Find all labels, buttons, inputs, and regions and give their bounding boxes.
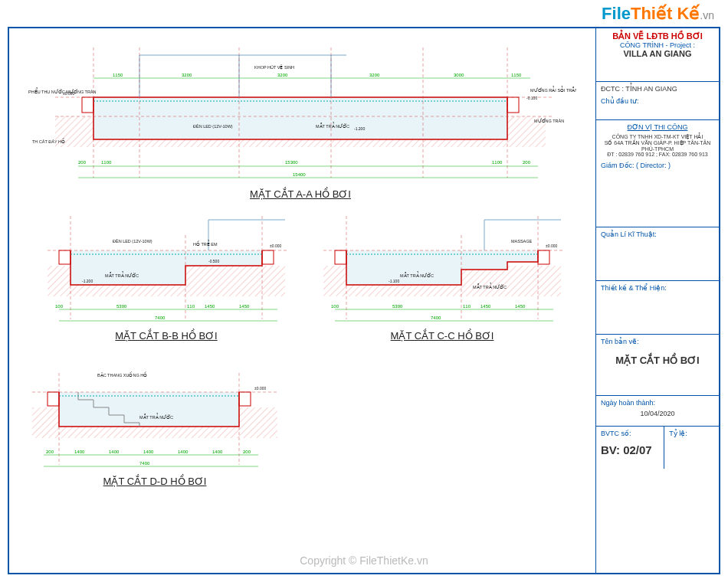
svg-text:1150: 1150 bbox=[511, 73, 522, 77]
svg-text:±0.000: ±0.000 bbox=[254, 386, 266, 391]
tb-drawing-name: MẶT CẮT HỒ BƠI bbox=[601, 355, 714, 366]
svg-text:1450: 1450 bbox=[480, 304, 491, 309]
svg-text:-0.100: -0.100 bbox=[526, 96, 537, 100]
svg-text:3200: 3200 bbox=[369, 73, 380, 77]
section-aa: 1150 3200 3200 3200 3000 1150 200 1100 1… bbox=[25, 40, 576, 200]
svg-rect-5 bbox=[507, 97, 519, 113]
svg-text:HỒ TRẺ EM: HỒ TRẺ EM bbox=[193, 240, 218, 247]
tb-location: ĐCTC : TỈNH AN GIANG bbox=[601, 85, 714, 93]
svg-rect-70 bbox=[538, 250, 549, 264]
svg-text:15400: 15400 bbox=[293, 172, 306, 177]
svg-text:3200: 3200 bbox=[277, 73, 288, 77]
svg-text:-0.500: -0.500 bbox=[208, 259, 219, 263]
svg-text:MASSAGE: MASSAGE bbox=[511, 239, 533, 244]
svg-text:ĐÈN LED (12V-10W): ĐÈN LED (12V-10W) bbox=[193, 124, 233, 129]
svg-text:1150: 1150 bbox=[113, 73, 123, 77]
tb-main-title: BẢN VẼ LĐTB HỒ BƠI bbox=[601, 31, 714, 41]
tb-date: 10/04/2020 bbox=[601, 410, 714, 417]
svg-text:1400: 1400 bbox=[109, 450, 120, 454]
svg-text:5300: 5300 bbox=[116, 304, 127, 309]
svg-text:1450: 1450 bbox=[205, 304, 215, 309]
svg-text:3200: 3200 bbox=[182, 73, 192, 77]
tb-sheet-label: BVTC số: bbox=[601, 430, 659, 437]
svg-text:ĐÈN LED (12V-10W): ĐÈN LED (12V-10W) bbox=[113, 239, 152, 244]
section-cc-svg: 5300 110 1450 1450 100 7400 MẮT TRẢ NƯỚC… bbox=[316, 212, 569, 327]
svg-text:3000: 3000 bbox=[454, 73, 464, 77]
svg-text:BẬC THANG XUỐNG HỒ: BẬC THANG XUỐNG HỒ bbox=[97, 371, 147, 378]
svg-rect-46 bbox=[262, 250, 274, 264]
svg-text:MƯƠNG TRÀN: MƯƠNG TRÀN bbox=[534, 118, 564, 123]
section-cc-title: MẶT CẮT C-C HỒ BƠI bbox=[316, 330, 569, 342]
svg-rect-4 bbox=[82, 97, 93, 113]
svg-text:100: 100 bbox=[331, 304, 339, 309]
svg-text:1400: 1400 bbox=[74, 450, 85, 454]
svg-text:1400: 1400 bbox=[178, 450, 189, 454]
svg-text:100: 100 bbox=[55, 304, 64, 309]
svg-text:1100: 1100 bbox=[101, 160, 112, 165]
svg-text:1400: 1400 bbox=[143, 450, 154, 454]
svg-text:15300: 15300 bbox=[285, 160, 298, 165]
tb-drawing-name-label: Tên bản vẽ: bbox=[601, 338, 714, 345]
svg-rect-2 bbox=[93, 97, 507, 139]
drawing-area: 1150 3200 3200 3200 3000 1150 200 1100 1… bbox=[9, 28, 596, 573]
section-bb-svg: 5300 110 1450 1450 100 7400 ĐÈN LED (12V… bbox=[40, 212, 293, 327]
svg-text:5300: 5300 bbox=[392, 304, 403, 309]
svg-rect-92 bbox=[48, 392, 59, 406]
tb-sheet-no: BV: 02/07 bbox=[601, 443, 659, 456]
svg-text:1400: 1400 bbox=[212, 450, 223, 454]
section-cc: 5300 110 1450 1450 100 7400 MẮT TRẢ NƯỚC… bbox=[316, 212, 569, 342]
tb-contractor-label: ĐƠN VỊ THI CÔNG bbox=[601, 123, 714, 131]
tb-scale-label: Tỷ lệ: bbox=[669, 430, 714, 437]
site-logo: FileThiết Kế.vn bbox=[602, 4, 714, 24]
svg-text:110: 110 bbox=[463, 304, 471, 309]
svg-text:-1.200: -1.200 bbox=[354, 126, 365, 131]
tb-project-label: CÔNG TRÌNH - Project : bbox=[601, 41, 714, 49]
svg-text:110: 110 bbox=[187, 304, 195, 309]
svg-text:TH CÁT ĐÁY HỒ: TH CÁT ĐÁY HỒ bbox=[32, 138, 65, 144]
svg-text:1450: 1450 bbox=[515, 304, 526, 309]
svg-text:7400: 7400 bbox=[155, 316, 166, 320]
tb-director-label: Giám Đốc: ( Director: ) bbox=[601, 162, 714, 169]
tb-date-label: Ngày hoàn thành: bbox=[601, 399, 714, 407]
svg-text:200: 200 bbox=[46, 450, 54, 454]
tb-tech-label: Quản Lí Kĩ Thuật: bbox=[601, 231, 714, 238]
svg-text:±0.000: ±0.000 bbox=[270, 244, 281, 248]
svg-text:±0.000: ±0.000 bbox=[63, 91, 74, 96]
svg-text:200: 200 bbox=[78, 160, 87, 165]
svg-rect-69 bbox=[335, 250, 346, 264]
section-aa-title: MẶT CẮT A-A HỒ BƠI bbox=[25, 188, 576, 200]
svg-text:-1.200: -1.200 bbox=[82, 279, 93, 283]
svg-text:200: 200 bbox=[523, 160, 531, 165]
svg-text:1450: 1450 bbox=[239, 304, 250, 309]
svg-text:±0.000: ±0.000 bbox=[546, 244, 557, 248]
svg-text:200: 200 bbox=[243, 450, 251, 454]
svg-rect-45 bbox=[59, 250, 71, 264]
svg-rect-93 bbox=[239, 392, 251, 406]
titleblock: BẢN VẼ LĐTB HỒ BƠI CÔNG TRÌNH - Project … bbox=[596, 28, 719, 573]
svg-text:1100: 1100 bbox=[492, 160, 503, 165]
section-bb: 5300 110 1450 1450 100 7400 ĐÈN LED (12V… bbox=[40, 212, 293, 342]
tb-project-name: VILLA AN GIANG bbox=[601, 49, 714, 58]
tb-owner-label: Chủ đầu tư: bbox=[601, 97, 714, 105]
section-dd: 200 1400 1400 1400 1400 1400 200 7400 BẬ… bbox=[25, 358, 285, 487]
svg-text:KHOP HÚT VỆ SINH: KHOP HÚT VỆ SINH bbox=[254, 64, 294, 70]
svg-text:-1.100: -1.100 bbox=[389, 279, 399, 283]
svg-text:7400: 7400 bbox=[139, 461, 150, 466]
svg-text:7400: 7400 bbox=[431, 316, 441, 320]
tb-designer-label: Thiết kế & Thể Hiện: bbox=[601, 284, 714, 292]
tb-contractor-phone: ĐT : 02839 760 912 ; FAX: 02839 760 913 bbox=[601, 152, 714, 157]
section-aa-svg: 1150 3200 3200 3200 3000 1150 200 1100 1… bbox=[25, 40, 576, 185]
tb-contractor-addr: SỐ 64A TRẦN VĂN GIÁP-P. HIỆP TÂN-TÂN PHÚ… bbox=[601, 140, 714, 152]
svg-text:MƯƠNG RẢI SỎI TRẮNG: MƯƠNG RẢI SỎI TRẮNG bbox=[530, 86, 576, 93]
drawing-frame: 1150 3200 3200 3200 3000 1150 200 1100 1… bbox=[8, 27, 720, 574]
section-bb-title: MẶT CẮT B-B HỒ BƠI bbox=[40, 330, 293, 342]
section-dd-svg: 200 1400 1400 1400 1400 1400 200 7400 BẬ… bbox=[25, 358, 285, 472]
section-dd-title: MẶT CẮT D-D HỒ BƠI bbox=[25, 476, 285, 487]
tb-contractor-name: CÔNG TY TNHH XD-TM-KT VIỆT HẢI bbox=[601, 134, 714, 140]
